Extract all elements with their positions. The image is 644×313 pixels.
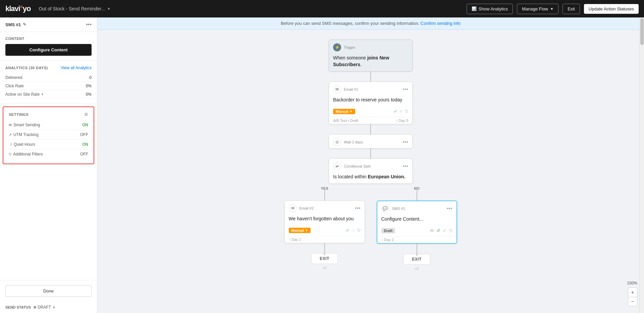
sms-header-text: SMS #1: [5, 22, 21, 27]
sms1-node[interactable]: 💬 SMS #1 ••• Configure Content... Draft: [377, 200, 457, 244]
sms1-action-envelope[interactable]: ✉: [430, 228, 434, 233]
wait-more-icon[interactable]: •••: [402, 139, 408, 145]
email2-node-header: ✉ Email #2 •••: [285, 201, 365, 214]
zoom-in-icon: +: [631, 289, 634, 296]
email2-action-arrow[interactable]: ↑: [352, 228, 355, 233]
sms1-action-filter[interactable]: ▽: [449, 228, 452, 233]
sms1-day-label: ↑ Day 2: [381, 238, 394, 242]
yes-connector: [324, 190, 325, 200]
split-node[interactable]: ⇌ Conditional Split ••• Is located withi…: [329, 159, 413, 184]
email1-action-check[interactable]: ✓: [394, 109, 397, 114]
no-exit-connector: [417, 244, 417, 254]
top-navigation: klavi°yo Out of Stock - Send Reminder...…: [0, 0, 644, 17]
send-status-chevron-icon: ▼: [52, 306, 56, 309]
done-label: Done: [43, 288, 54, 294]
trigger-type-label: Trigger: [344, 45, 355, 49]
email1-node[interactable]: ✉ Email #1 ••• Backorder to reserve your…: [329, 82, 413, 124]
email1-type-label: Email #1: [344, 87, 358, 91]
sms1-more-icon[interactable]: •••: [447, 206, 452, 212]
sms1-status-badge[interactable]: Draft: [381, 228, 395, 233]
utm-tracking-row: ↗ UTM Tracking OFF: [9, 130, 88, 140]
email1-more-icon[interactable]: •••: [402, 86, 408, 92]
configure-content-label: Configure Content: [29, 47, 67, 52]
email1-day-label: ↑ Day 0: [396, 119, 408, 123]
email1-badge-dropdown[interactable]: ▼: [350, 110, 353, 113]
additional-filters-icon: ▽: [9, 152, 11, 156]
email1-status-badge[interactable]: Manual ▼: [333, 109, 355, 114]
active-on-site-dropdown-icon[interactable]: ▼: [41, 93, 44, 96]
wait-node[interactable]: ⊙ Wait 2 days •••: [329, 134, 413, 148]
email1-node-body: Backorder to reserve yours today: [329, 95, 412, 107]
content-section-title: CONTENT: [5, 37, 92, 41]
info-banner-text: Before you can send SMS messages, confir…: [281, 21, 419, 26]
settings-title: SETTINGS: [9, 113, 29, 117]
email1-action-arrow[interactable]: ↑: [400, 109, 402, 114]
quiet-hours-icon: ☽: [9, 142, 12, 147]
yes-exit-connector: [324, 243, 325, 253]
sms1-action-refresh[interactable]: ↺: [436, 228, 440, 233]
email2-more-icon[interactable]: •••: [355, 205, 361, 211]
manage-flow-dropdown-icon: ▼: [550, 7, 553, 11]
email2-node[interactable]: ✉ Email #2 ••• We haven't forgotten abou…: [284, 200, 365, 243]
settings-header: SETTINGS ⚙: [9, 112, 88, 117]
send-status-label: SEND STATUS: [5, 305, 31, 309]
exit-button[interactable]: Exit: [562, 4, 580, 14]
email1-action-filter[interactable]: ▽: [405, 109, 408, 114]
draft-dot: [34, 306, 36, 309]
manage-flow-button[interactable]: Manage Flow ▼: [517, 4, 558, 14]
trigger-node[interactable]: ⚡ Trigger When someone joins New Subscri…: [329, 40, 413, 72]
flow-title[interactable]: Out of Stock - Send Reminder... ▼: [39, 6, 111, 11]
email2-node-footer: Manual ▼ ✓ ↑ ▽: [285, 226, 365, 236]
zoom-out-button[interactable]: −: [628, 297, 637, 306]
show-analytics-label: Show Analytics: [479, 6, 508, 11]
active-on-site-value: 0%: [86, 92, 92, 97]
email2-action-check[interactable]: ✓: [346, 228, 350, 233]
email2-day-label: ↑ Day 2: [289, 237, 301, 241]
done-button[interactable]: Done: [5, 285, 92, 297]
sms1-action-check[interactable]: ✓: [443, 228, 446, 233]
utm-tracking-icon: ↗: [9, 133, 12, 137]
configure-content-button[interactable]: Configure Content: [5, 44, 92, 56]
smart-sending-status: ON: [82, 123, 88, 127]
email2-status-badge[interactable]: Manual ▼: [289, 228, 311, 233]
sidebar-header-title: SMS #1 ✎: [5, 22, 26, 27]
gear-icon[interactable]: ⚙: [84, 112, 88, 117]
flow-canvas[interactable]: Before you can send SMS messages, confir…: [97, 17, 644, 313]
logo-accent: °: [20, 4, 23, 13]
email2-badge-dropdown[interactable]: ▼: [305, 229, 308, 232]
email2-badge-label: Manual: [291, 228, 304, 232]
quiet-hours-status: ON: [82, 142, 88, 147]
view-all-analytics-link[interactable]: View all Analytics: [61, 65, 92, 70]
analytics-title: ANALYTICS (30 DAYS): [5, 66, 48, 70]
email1-node-header: ✉ Email #1 •••: [329, 82, 412, 95]
flow-title-dropdown-icon[interactable]: ▼: [107, 7, 111, 11]
email1-title: Backorder to reserve yours today: [333, 97, 408, 103]
edit-icon[interactable]: ✎: [23, 22, 26, 27]
click-rate-label: Click Rate: [5, 84, 24, 88]
update-action-statuses-button[interactable]: Update Action Statuses: [584, 4, 639, 14]
send-status-dropdown[interactable]: DRAFT ▼: [34, 305, 56, 310]
draft-text: DRAFT: [38, 305, 51, 310]
split-more-icon[interactable]: •••: [402, 163, 408, 169]
email2-node-body: We haven't forgotten about you: [285, 214, 365, 226]
more-options-icon[interactable]: •••: [86, 21, 92, 28]
scrollbar-thumb[interactable]: [640, 18, 644, 45]
email1-icon: ✉: [333, 85, 341, 93]
wait-node-header: ⊙ Wait 2 days •••: [329, 135, 412, 148]
smart-sending-icon: ✉: [9, 123, 12, 127]
sms1-node-footer: Draft ✉ ↺ ✓ ▽: [377, 226, 457, 236]
split-description: Is located within European Union.: [333, 174, 408, 180]
sms1-title: Configure Content...: [381, 216, 452, 223]
confirm-sending-info-link[interactable]: Confirm sending info: [421, 21, 461, 26]
flow-canvas-content: ⚡ Trigger When someone joins New Subscri…: [97, 30, 644, 298]
zoom-in-button[interactable]: +: [628, 287, 637, 297]
connector-2: [370, 124, 371, 134]
email1-node-footer: Manual ▼ ✓ ↑ ▽: [329, 107, 412, 117]
email2-action-filter[interactable]: ▽: [357, 228, 361, 233]
additional-filters-row: ▽ Additional Filters OFF: [9, 149, 88, 159]
sidebar-bottom: Done: [0, 280, 97, 302]
show-analytics-button[interactable]: 📊 Show Analytics: [467, 4, 513, 14]
exit-label: Exit: [568, 6, 575, 11]
utm-tracking-label: ↗ UTM Tracking: [9, 132, 39, 137]
no-label: NO: [376, 186, 458, 190]
